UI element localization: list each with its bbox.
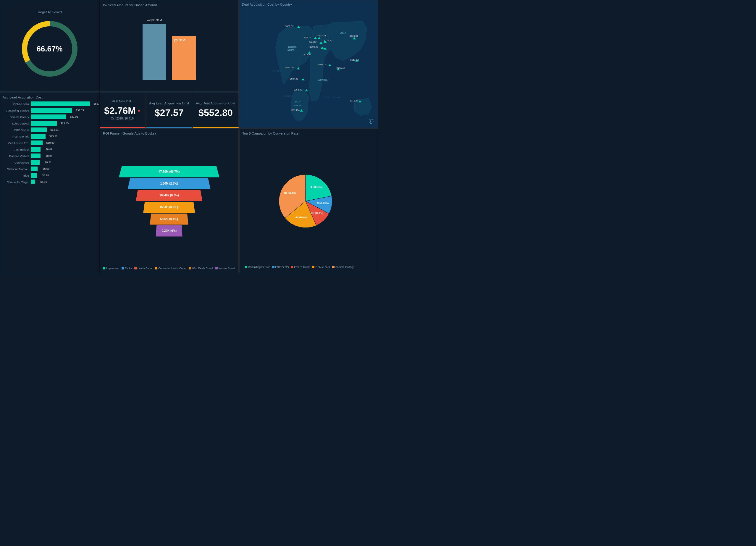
pie-legend-dot [272,266,274,268]
top5-title: Top 5 Campaign by Conversion Rate [243,132,375,135]
bar-row-label: Sample Gallery [3,115,31,119]
legend-label: Clicks [125,267,132,270]
funnel-level: 69326 (0.1%) [150,214,188,225]
svg-text:$470.40: $470.40 [336,67,345,70]
roi-kpi-title: ROI Nov 2018 [112,99,133,103]
dashboard: Target Achieved 66.67% Invoiced Amount v… [0,0,378,273]
roi-kpi-sub: Oct 2018: $6.41M [111,117,135,120]
legend-label: Impression [106,267,119,270]
bar-row-label: Finance Vertical [3,154,31,158]
funnel-bar-5: 0.22K (0%) [156,225,182,237]
invoiced-bar-chart: — $35.91M $29.92M [103,9,235,83]
bar-fill: $8.89 [31,147,41,152]
pie-chart-container: 4K (21.9%)2K (10.9%)2K (10.6%)4K (20.6%)… [243,138,375,264]
bar-value: $6.08 [43,167,49,170]
pie-legend-dot [291,266,293,268]
avg-lead-bar-row: Blog $5.75 [3,173,96,178]
legend-dot [189,267,191,269]
bar-label-invoiced: — $35.91M [147,19,162,22]
avg-lead-bar-row: Finance Vertical $8.84 [3,154,96,158]
bar-row-label: Webinar Promoti. [3,167,31,171]
avg-lead-bar-row: Webinar Promoti. $6.08 [3,167,96,171]
avg-lead-kpi-value: $27.57 [155,107,184,118]
legend-dot [122,267,124,269]
map-title: Deal Acquisition Cost by Country [242,3,376,6]
invoiced-title: Invoiced Amount vs Closed Amount [103,3,235,7]
pie-legend-label: ERP Sector [275,266,289,269]
svg-text:$818.26: $818.26 [350,99,358,102]
avg-lead-title: Avg Lead Acquisition Cost [3,96,96,99]
legend-dot [155,267,157,269]
legend-label: Converted Leads Count [158,267,186,270]
bar-fill: $14.61 [31,127,47,132]
avg-lead-bars: OEM e-book $53.31 Consulting Service $37… [3,101,96,184]
svg-text:$774.72: $774.72 [324,39,332,42]
funnel-bar-1: 1.30M (2.6%) [128,178,211,189]
avg-deal-kpi-title: Avg Deal Acquisition Cost [196,101,235,105]
pie-slice-label-0: 4K (21.9%) [311,185,323,188]
bar-row-label: Conference [3,161,31,164]
roi-funnel-panel: ROI Funnel (Google Ads to Books) 47.70M … [100,128,239,273]
svg-text:$827.41: $827.41 [317,34,326,37]
svg-text:AMERI...: AMERI... [287,49,297,52]
target-achieved-panel: Target Achieved 66.67% [0,0,99,92]
bar-row-label: Blog [3,174,31,177]
pie-legend-label: Sample Gallery [335,266,354,269]
target-achieved-title: Target Achieved [37,10,62,14]
funnel-bar-4: 69326 (0.1%) [150,214,188,225]
bar-fill: $23.45 [31,121,57,126]
avg-lead-bar-row: Consulting Service $37.79 [3,108,96,113]
roi-kpi-box: ROI Nov 2018 $2.76M ▼ Oct 2018: $6.41M [100,92,146,128]
bar-fill: $37.79 [31,108,72,113]
funnel-legend-item: Won Deals Count [189,267,213,270]
legend-label: Won Deals Count [192,267,213,270]
avg-lead-bar-row: OEM e-book $53.31 [3,101,96,106]
roi-kpi-value: $2.76M [104,105,136,116]
svg-text:$13.91: $13.91 [304,53,311,56]
funnel-legend: ImpressionClicksLeads CountConverted Lea… [103,267,235,270]
avg-lead-bar-row: Certification Pro. $10.89 [3,140,96,145]
bar-row-label: OEM e-book [3,102,31,106]
bar-fill: $5.75 [31,173,37,178]
funnel-bar-2: 165402 (0.3%) [136,190,202,201]
pie-chart-svg: 4K (21.9%)2K (10.9%)2K (10.6%)4K (20.6%)… [267,169,350,234]
avg-lead-kpi-box: Avg Lead Acquisition Cost $27.57 [146,92,192,128]
funnel-legend-item: Invoice Count [215,267,235,270]
bar-value: $8.89 [46,148,52,151]
bar-value: $37.79 [76,109,84,112]
avg-lead-kpi-title: Avg Lead Acquisition Cost [149,101,189,105]
bar-row-label: Consulting Service [3,109,31,112]
avg-lead-bar-row: Conference $8.21 [3,160,96,165]
avg-lead-bar-row: App Builder $8.89 [3,147,96,152]
bar-value: $8.84 [46,154,52,157]
avg-lead-bar-row: Sample Gallery $32.01 [3,114,96,119]
svg-text:$408.14: $408.14 [317,63,326,66]
donut-chart: 66.67% [17,16,82,81]
roi-funnel-title: ROI Funnel (Google Ads to Books) [103,132,235,135]
pie-slice-label-4: 7K (36.0%) [284,192,296,194]
svg-text:$363.20: $363.20 [293,88,302,91]
bar-row-label: ERP Sector [3,128,31,132]
funnel-level: 1.30M (2.6%) [128,178,211,189]
pie-slice-label-2: 2K (10.6%) [311,211,324,214]
bar-row-label: Competitor Targe. [3,180,31,184]
invoiced-bar-blue: — $35.91M [143,12,166,80]
svg-text:ic Ocean: ic Ocean [283,94,293,97]
bar-row-label: Sales Vertical [3,122,31,125]
bar-value: $5.75 [42,174,49,177]
svg-text:SOUTH: SOUTH [294,101,302,104]
pie-legend-label: Free Tutorials [294,266,310,269]
kpi-row: ROI Nov 2018 $2.76M ▼ Oct 2018: $6.41M A… [100,92,239,128]
svg-text:AMERI...: AMERI... [294,104,303,107]
avg-lead-panel: Avg Lead Acquisition Cost OEM e-book $53… [0,92,99,273]
pie-legend-label: Consulting Service [248,266,270,269]
svg-text:$811.80: $811.80 [350,59,359,61]
svg-text:$457.82: $457.82 [285,25,293,28]
legend-dot [134,267,137,269]
roi-trend-icon: ▼ [137,109,141,113]
invoiced-bar-orange: $29.92M [172,12,196,80]
svg-text:$29.45A: $29.45A [291,109,300,112]
svg-text:Indian Ocean: Indian Ocean [324,96,341,99]
svg-text:NORTH: NORTH [288,46,297,49]
invoiced-panel: Invoiced Amount vs Closed Amount — $35.9… [100,0,239,92]
